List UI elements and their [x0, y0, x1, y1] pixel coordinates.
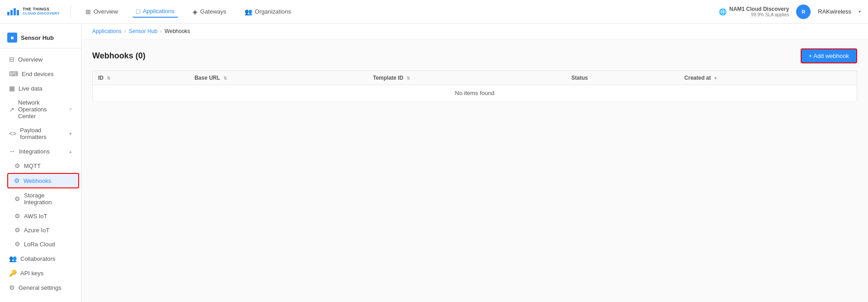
external-link-icon: ↗ — [68, 107, 72, 112]
col-id-label: ID — [98, 75, 104, 81]
webhooks-icon: ⚙ — [14, 177, 20, 184]
breadcrumb-current: Webhooks — [165, 28, 190, 34]
nav-divider — [71, 5, 71, 18]
lora-cloud-icon: ⚙ — [14, 240, 20, 248]
col-template-id[interactable]: Template ID ⇅ — [368, 71, 566, 85]
sidebar-storage-integration-label: Storage Integration — [24, 192, 72, 206]
page-body: Webhooks (0) + Add webhook ID ⇅ Base URL… — [81, 39, 868, 302]
end-devices-icon: ⌨ — [9, 70, 18, 77]
sidebar-mqtt-label: MQTT — [24, 163, 41, 169]
sidebar-overview-label: Overview — [18, 56, 42, 63]
sidebar-item-overview[interactable]: ⊟ Overview — [2, 53, 79, 66]
general-settings-icon: ⚙ — [9, 284, 15, 291]
sidebar-webhooks-label: Webhooks — [24, 177, 51, 184]
logo-area: THE THINGS CLOUD DISCOVERY — [7, 7, 60, 16]
sidebar-item-mqtt[interactable]: ⚙ MQTT — [7, 159, 79, 173]
breadcrumb-sep-1: › — [124, 28, 126, 34]
sidebar-item-live-data[interactable]: ▦ Live data — [2, 81, 79, 95]
server-info: NAM1 Cloud Discovery 99.9% SLA applies — [729, 6, 789, 17]
azure-iot-icon: ⚙ — [14, 226, 20, 234]
nav-organizations[interactable]: 👥 Organizations — [241, 6, 295, 17]
nav-applications-label: Applications — [143, 8, 175, 14]
integrations-icon: ↔ — [9, 148, 15, 155]
table-header-row: ID ⇅ Base URL ⇅ Template ID ⇅ Status — [93, 71, 857, 85]
sidebar-live-data-label: Live data — [19, 85, 42, 92]
table-header: ID ⇅ Base URL ⇅ Template ID ⇅ Status — [93, 71, 857, 85]
col-id[interactable]: ID ⇅ — [93, 71, 189, 85]
sidebar-item-collaborators[interactable]: 👥 Collaborators — [2, 252, 79, 265]
webhooks-table: ID ⇅ Base URL ⇅ Template ID ⇅ Status — [92, 71, 857, 101]
add-webhook-button[interactable]: + Add webhook — [801, 48, 857, 63]
user-avatar: R — [796, 5, 811, 19]
sidebar-end-devices-label: End devices — [22, 71, 54, 77]
integrations-collapse-icon[interactable]: ▴ — [69, 149, 72, 154]
nav-right: 🌐 NAM1 Cloud Discovery 99.9% SLA applies… — [719, 5, 861, 19]
brand-bottom: CLOUD DISCOVERY — [23, 12, 60, 16]
sidebar-item-lora-cloud[interactable]: ⚙ LoRa Cloud — [7, 237, 79, 251]
col-base-url[interactable]: Base URL ⇅ — [189, 71, 368, 85]
integrations-submenu: ⚙ MQTT ⚙ Webhooks ⚙ Storage Integration … — [0, 158, 81, 251]
table-empty-row: No items found — [93, 85, 857, 101]
content-area: Applications › Sensor Hub › Webhooks Web… — [81, 24, 868, 302]
nav-overview[interactable]: ⊞ Overview — [82, 6, 122, 17]
storage-integration-icon: ⚙ — [14, 195, 20, 202]
user-chevron-icon[interactable]: ▾ — [859, 9, 861, 14]
sidebar-payload-formatters-label: Payload formatters — [20, 127, 66, 140]
logo-icon — [7, 8, 19, 15]
col-template-id-label: Template ID — [373, 75, 403, 81]
main-layout: ■ Sensor Hub ⊟ Overview ⌨ End devices ▦ … — [0, 24, 868, 302]
nav-applications[interactable]: □ Applications — [132, 6, 178, 18]
organizations-nav-icon: 👥 — [245, 8, 252, 15]
payload-formatters-icon: <> — [9, 130, 16, 137]
col-id-sort-icon: ⇅ — [107, 76, 110, 81]
empty-message: No items found — [93, 85, 857, 101]
sidebar-item-aws-iot[interactable]: ⚙ AWS IoT — [7, 209, 79, 223]
user-name[interactable]: RAKwireless — [818, 8, 851, 15]
nav-gateways-label: Gateways — [200, 8, 226, 15]
noc-icon: ↗ — [9, 106, 14, 113]
sidebar-noc-label: Network Operations Center — [18, 99, 64, 120]
payload-formatters-collapse-icon[interactable]: ▾ — [69, 131, 72, 137]
sidebar-aws-iot-label: AWS IoT — [24, 213, 47, 220]
breadcrumb-sensor-hub[interactable]: Sensor Hub — [129, 28, 157, 34]
applications-nav-icon: □ — [136, 8, 140, 15]
col-created-at[interactable]: Created at ▾ — [679, 71, 857, 85]
breadcrumb-applications[interactable]: Applications — [92, 28, 122, 34]
breadcrumb-sep-2: › — [160, 28, 162, 34]
sidebar-item-general-settings[interactable]: ⚙ General settings — [2, 281, 79, 294]
sidebar-item-integrations[interactable]: ↔ Integrations ▴ — [2, 144, 79, 158]
aws-iot-icon: ⚙ — [14, 212, 20, 220]
app-title-label: Sensor Hub — [21, 34, 54, 41]
col-status: Status — [566, 71, 679, 85]
sidebar-item-payload-formatters[interactable]: <> Payload formatters ▾ — [2, 124, 79, 144]
sidebar-lora-cloud-label: LoRa Cloud — [24, 241, 55, 248]
page-header: Webhooks (0) + Add webhook — [92, 48, 857, 63]
col-base-url-label: Base URL — [194, 75, 220, 81]
breadcrumb: Applications › Sensor Hub › Webhooks — [81, 24, 868, 39]
live-data-icon: ▦ — [9, 85, 15, 92]
sidebar: ■ Sensor Hub ⊟ Overview ⌨ End devices ▦ … — [0, 24, 81, 302]
collaborators-icon: 👥 — [9, 255, 17, 262]
server-name: NAM1 Cloud Discovery — [729, 6, 789, 12]
top-nav: THE THINGS CLOUD DISCOVERY ⊞ Overview □ … — [0, 0, 868, 24]
sidebar-item-api-keys[interactable]: 🔑 API keys — [2, 266, 79, 280]
sidebar-collaborators-label: Collaborators — [20, 255, 55, 262]
sidebar-general-settings-label: General settings — [19, 284, 61, 291]
nav-gateways[interactable]: ◈ Gateways — [189, 6, 230, 17]
brand-text: THE THINGS CLOUD DISCOVERY — [23, 7, 60, 16]
mqtt-icon: ⚙ — [14, 162, 20, 169]
sidebar-item-storage-integration[interactable]: ⚙ Storage Integration — [7, 189, 79, 209]
sla-text: 99.9% SLA applies — [751, 12, 789, 17]
globe-icon: 🌐 — [719, 8, 726, 15]
gateways-nav-icon: ◈ — [193, 8, 198, 15]
sidebar-api-keys-label: API keys — [20, 270, 43, 277]
overview-nav-icon: ⊞ — [85, 8, 91, 15]
sidebar-item-end-devices[interactable]: ⌨ End devices — [2, 67, 79, 81]
sidebar-item-webhooks[interactable]: ⚙ Webhooks — [7, 173, 79, 188]
nav-overview-label: Overview — [94, 8, 118, 15]
sidebar-item-noc[interactable]: ↗ Network Operations Center ↗ — [2, 96, 79, 123]
col-base-url-sort-icon: ⇅ — [223, 76, 227, 81]
sidebar-item-azure-iot[interactable]: ⚙ Azure IoT — [7, 223, 79, 237]
table-body: No items found — [93, 85, 857, 101]
nav-organizations-label: Organizations — [255, 8, 291, 15]
